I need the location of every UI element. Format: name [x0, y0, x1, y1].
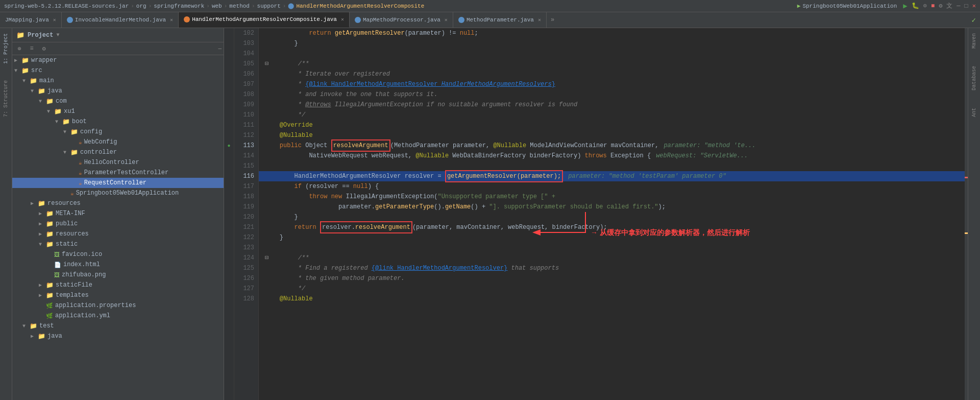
left-tab-project[interactable]: 1: Project — [2, 30, 10, 67]
tab-invocable-close[interactable]: ✕ — [170, 17, 173, 23]
translate-button[interactable]: 文 — [946, 2, 952, 10]
tree-staticfile[interactable]: ▶ 📁 staticFile — [12, 280, 224, 290]
tree-paramtest[interactable]: ▶ ☕ ParameterTestController — [12, 168, 224, 178]
tree-metainf[interactable]: ▶ 📁 META-INF — [12, 208, 224, 219]
hello-label: HelloController — [84, 159, 139, 166]
tree-templates[interactable]: ▶ 📁 templates — [12, 290, 224, 300]
code-line-109: * @throws IllegalArgumentException if no… — [259, 100, 965, 110]
tree-com[interactable]: ▼ 📁 com — [12, 96, 224, 106]
gutter-114 — [224, 151, 234, 161]
gutter-106 — [224, 69, 234, 79]
tree-webconfig[interactable]: ▶ ☕ WebConfig — [12, 137, 224, 147]
coverage-button[interactable]: ⊙ — [923, 2, 927, 10]
tab-method-close[interactable]: ✕ — [538, 17, 541, 23]
gutter-115 — [224, 161, 234, 171]
xu1-folder-icon: 📁 — [54, 108, 62, 115]
fold-icon-124[interactable]: ⊟ — [265, 253, 268, 263]
code-line-116: HandlerMethodArgumentResolver resolver =… — [259, 171, 965, 181]
tab-mapping[interactable]: JMapping.java ✕ — [0, 12, 62, 28]
tree-zhifubao[interactable]: ▶ 🖼 zhifubao.png — [12, 270, 224, 280]
gutter-123 — [224, 243, 234, 253]
tree-test-java[interactable]: ▶ 📁 java — [12, 331, 224, 341]
staticfile-icon: 📁 — [46, 281, 54, 289]
project-icon: 📁 — [16, 31, 24, 39]
debug-button[interactable]: 🐛 — [912, 2, 919, 10]
settings-button[interactable]: ⚙ — [939, 2, 942, 10]
tree-appyml[interactable]: ▶ 🌿 application.yml — [12, 311, 224, 321]
tab-map-close[interactable]: ✕ — [445, 17, 448, 23]
gutter-109 — [224, 100, 234, 110]
run-config-label[interactable]: Springboot05Web01Application — [802, 3, 897, 9]
test-java-label: java — [47, 333, 62, 340]
tree-appprops[interactable]: ▶ 🌿 application.properties — [12, 300, 224, 311]
run-button[interactable]: ▶ — [903, 2, 907, 10]
tab-mapping-close[interactable]: ✕ — [53, 17, 56, 23]
code-line-103: } — [259, 38, 965, 49]
tree-controller[interactable]: ▼ 📁 controller — [12, 147, 224, 157]
tree-resources-main[interactable]: ▶ 📁 resources — [12, 198, 224, 208]
tree-xu1[interactable]: ▼ 📁 xu1 — [12, 106, 224, 116]
test-folder-icon: 📁 — [30, 322, 37, 330]
tab-composite-close[interactable]: ✕ — [341, 16, 344, 22]
sidebar-dropdown[interactable]: ▼ — [56, 32, 59, 38]
maximize-button[interactable]: □ — [965, 3, 968, 10]
tree-favicon[interactable]: ▶ 🖼 favicon.ico — [12, 249, 224, 260]
breadcrumb-file: HandlerMethodArgumentResolverComposite — [296, 3, 424, 9]
tree-wrapper[interactable]: ▶ 📁 wrapper — [12, 55, 224, 65]
src-folder-icon: 📁 — [21, 67, 29, 75]
stop-button[interactable]: ■ — [931, 3, 935, 10]
breadcrumb-jar[interactable]: spring-web-5.2.12.RELEASE-sources.jar — [4, 3, 129, 9]
right-tab-maven[interactable]: Maven — [970, 30, 978, 52]
collapse-btn[interactable]: ≡ — [27, 43, 37, 54]
locate-btn[interactable]: ⊕ — [14, 43, 24, 54]
close-button[interactable]: ✕ — [972, 2, 976, 10]
code-line-123 — [259, 243, 965, 253]
minimize-button[interactable]: ─ — [957, 3, 960, 10]
main-label: main — [39, 77, 54, 84]
tree-java[interactable]: ▼ 📁 java — [12, 86, 224, 96]
code-line-126: * the given method parameter. — [259, 273, 965, 284]
more-tabs[interactable]: » — [547, 14, 558, 26]
tree-springbootapp[interactable]: ▶ ☕ Springboot05Web01Application — [12, 188, 224, 198]
tree-main[interactable]: ▼ 📁 main — [12, 76, 224, 86]
gutter-113[interactable]: ● — [224, 140, 234, 151]
right-tab-ant[interactable]: Ant — [970, 105, 978, 120]
ln-111: 111 — [238, 120, 254, 130]
tree-config[interactable]: ▼ 📁 config — [12, 127, 224, 137]
tree-public[interactable]: ▶ 📁 public — [12, 219, 224, 229]
tree-static[interactable]: ▼ 📁 static — [12, 239, 224, 249]
tree-test[interactable]: ▼ 📁 test — [12, 321, 224, 331]
dash-btn[interactable]: — — [218, 45, 222, 52]
tree-hellocontroller[interactable]: ▶ ☕ HelloController — [12, 157, 224, 168]
right-tab-database[interactable]: Database — [970, 63, 978, 93]
ln-103: 103 — [238, 38, 254, 49]
gear-btn[interactable]: ⚙ — [39, 43, 49, 54]
tab-method[interactable]: MethodParameter.java ✕ — [453, 12, 547, 28]
ln-116: 116 — [238, 171, 254, 181]
ln-112: 112 — [238, 130, 254, 140]
gutter-104 — [224, 49, 234, 59]
tab-invocable[interactable]: InvocableHandlerMethod.java ✕ — [62, 12, 179, 28]
fold-icon-105[interactable]: ⊟ — [265, 59, 268, 69]
tree-indexhtml[interactable]: ▶ 📄 index.html — [12, 260, 224, 270]
tree-resources-sub[interactable]: ▶ 📁 resources — [12, 229, 224, 239]
gutter-111 — [224, 120, 234, 130]
left-tab-structure[interactable]: 7: Structure — [2, 77, 10, 120]
resolver-resolve-box: resolver.resolveArgument — [320, 221, 412, 233]
tab-map[interactable]: MapMethodProcessor.java ✕ — [350, 12, 453, 28]
tab-composite[interactable]: HandlerMethodArgumentResolverComposite.j… — [179, 12, 350, 28]
code-container: ● 102 103 104 — [224, 28, 968, 400]
tree-requestcontroller[interactable]: ▶ ☕ RequestController — [12, 178, 224, 188]
breadcrumb-method: method — [229, 3, 250, 9]
controller-folder-icon: 📁 — [70, 149, 78, 156]
scroll-indicator — [965, 28, 968, 400]
com-folder-icon: 📁 — [46, 98, 54, 105]
tree-boot[interactable]: ▼ 📁 boot — [12, 116, 224, 127]
zhifubao-label: zhifubao.png — [62, 271, 106, 278]
gutter-117 — [224, 181, 234, 192]
gutter-103 — [224, 38, 234, 49]
tree-src[interactable]: ▼ 📁 src — [12, 65, 224, 76]
run-config-icon: ▶ — [797, 3, 801, 9]
code-content[interactable]: return getArgumentResolver(parameter) !=… — [259, 28, 965, 400]
resolve-argument-box: resolveArgument — [331, 139, 390, 152]
